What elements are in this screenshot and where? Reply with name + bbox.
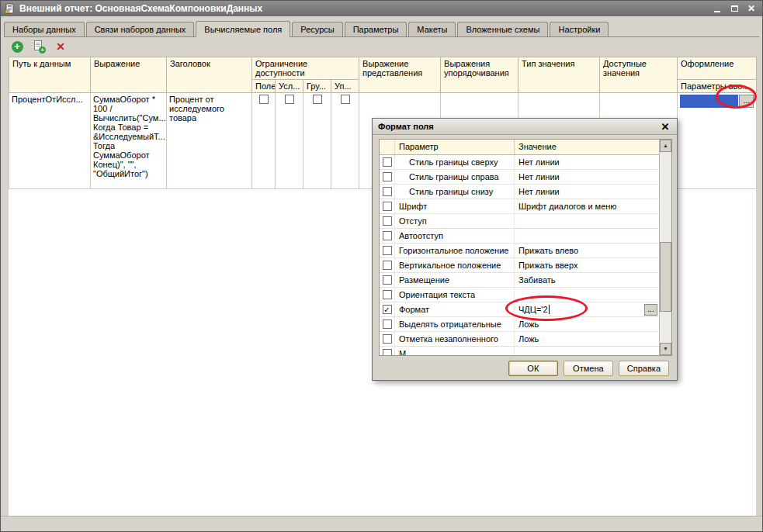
ok-button[interactable]: ОК [508, 361, 558, 376]
tab-5[interactable]: Макеты [408, 22, 456, 36]
scroll-thumb[interactable] [660, 242, 671, 312]
close-button[interactable]: ✕ [746, 3, 757, 14]
param-name[interactable]: Выделять отрицательные [395, 317, 515, 331]
order-checkbox[interactable] [341, 95, 350, 104]
param-checkbox[interactable] [383, 334, 392, 344]
cancel-button[interactable]: Отмена [564, 361, 613, 376]
param-name[interactable]: Стиль границы сверху [395, 155, 515, 169]
format-param-row-13: М... [380, 347, 659, 355]
tab-4[interactable]: Параметры [345, 22, 408, 36]
param-checkbox[interactable] [383, 320, 392, 329]
param-name[interactable]: Размещение [395, 273, 515, 287]
add-button[interactable]: + [10, 40, 24, 54]
col-available-values: Доступные значения [600, 57, 678, 93]
tab-2[interactable]: Вычисляемые поля [196, 21, 290, 37]
col-path: Путь к данным [9, 57, 91, 93]
param-name[interactable]: Горизонтальное положение [395, 244, 515, 257]
cell-data-path[interactable]: ПроцентОтИссл... [9, 93, 91, 189]
param-name[interactable]: Стиль границы справа [395, 170, 515, 184]
param-checkbox[interactable] [383, 290, 392, 299]
tab-7[interactable]: Настройки [550, 22, 609, 36]
param-value[interactable] [515, 347, 659, 355]
close-icon: ✕ [747, 4, 755, 13]
minimize-button[interactable] [712, 3, 723, 14]
param-name[interactable]: Автоотступ [395, 229, 515, 243]
format-param-row-6: Горизонтальное положениеПрижать влево [380, 244, 659, 258]
delete-button[interactable]: ✕ [54, 40, 68, 54]
param-value[interactable] [515, 229, 659, 243]
param-checkbox[interactable] [383, 187, 392, 196]
param-checkbox-cell [380, 229, 395, 243]
param-name[interactable]: М... [395, 347, 515, 355]
param-value[interactable]: ЧДЦ='2 [515, 302, 644, 316]
param-checkbox[interactable] [383, 202, 392, 211]
param-value[interactable]: Нет линии [515, 155, 659, 169]
param-name[interactable]: Ориентация текста [395, 288, 515, 302]
param-value[interactable] [515, 288, 659, 302]
dialog-scrollbar[interactable]: ▲ ▼ [659, 140, 671, 355]
cell-field[interactable] [252, 93, 276, 189]
param-checkbox-cell: ✓ [380, 302, 395, 316]
field-checkbox[interactable] [259, 95, 269, 104]
param-checkbox-cell [380, 288, 395, 302]
cell-order[interactable] [331, 93, 359, 189]
param-name[interactable]: Стиль границы снизу [395, 185, 515, 199]
param-checkbox[interactable] [383, 216, 392, 226]
cell-title[interactable]: Процент от исследуемого товара [167, 93, 252, 189]
param-checkbox[interactable]: ✓ [383, 305, 392, 314]
add-copy-button[interactable]: + [32, 40, 46, 54]
col-groups: Гру... [303, 80, 331, 93]
cell-condition[interactable] [276, 93, 303, 189]
status-bar [1, 516, 762, 531]
window-titlebar[interactable]: Внешний отчет: ОсновнаяСхемаКомпоновкиДа… [1, 1, 762, 16]
param-checkbox[interactable] [383, 172, 392, 181]
param-checkbox[interactable] [383, 349, 392, 355]
tab-0[interactable]: Наборы данных [4, 22, 85, 36]
toolbar: + + ✕ [10, 38, 68, 55]
param-name[interactable]: Шрифт [395, 199, 515, 213]
appearance-selected-value[interactable] [680, 95, 738, 108]
param-value[interactable]: Забивать [515, 273, 659, 287]
param-value[interactable]: Нет линии [515, 185, 659, 199]
col-value-type: Тип значения [518, 57, 600, 93]
param-checkbox[interactable] [383, 246, 392, 255]
col-value: Значение [515, 140, 659, 154]
format-ellipsis-button[interactable]: ... [644, 304, 657, 316]
scroll-down-icon[interactable]: ▼ [660, 343, 671, 355]
dialog-titlebar[interactable]: Формат поля ✕ [373, 119, 677, 135]
tab-1[interactable]: Связи наборов данных [86, 22, 195, 36]
param-name[interactable]: Вертикальное положение [395, 258, 515, 272]
param-value[interactable]: Ложь [515, 317, 659, 331]
param-value[interactable]: Прижать влево [515, 244, 659, 257]
help-button[interactable]: Справка [619, 361, 669, 376]
param-checkbox[interactable] [383, 231, 392, 240]
cell-appearance[interactable]: ... [678, 93, 757, 189]
appearance-ellipsis-button[interactable]: ... [739, 95, 754, 108]
param-checkbox[interactable] [383, 157, 392, 167]
format-params-table: Параметр Значение Стиль границы сверхуНе… [379, 139, 672, 356]
col-presentation: Выражение представления [359, 57, 441, 93]
cell-groups[interactable] [303, 93, 331, 189]
param-checkbox[interactable] [383, 261, 392, 270]
add-copy-icon: + [33, 40, 44, 53]
param-name[interactable]: Формат [395, 302, 515, 316]
param-value[interactable]: Ложь [515, 332, 659, 346]
tab-3[interactable]: Ресурсы [292, 22, 342, 36]
param-name[interactable]: Отступ [395, 214, 515, 228]
param-name[interactable]: Отметка незаполненного [395, 332, 515, 346]
param-value[interactable]: Прижать вверх [515, 258, 659, 272]
tab-6[interactable]: Вложенные схемы [457, 22, 548, 36]
condition-checkbox[interactable] [285, 95, 294, 104]
param-checkbox-cell [380, 273, 395, 287]
param-value[interactable]: Нет линии [515, 170, 659, 184]
col-expression: Выражение [91, 57, 167, 93]
param-value[interactable] [515, 214, 659, 228]
param-checkbox[interactable] [383, 275, 392, 285]
scroll-up-icon[interactable]: ▲ [660, 140, 671, 152]
cell-expression[interactable]: СуммаОборот * 100 / Вычислить("Сум... Ко… [91, 93, 167, 189]
param-value[interactable]: Шрифт диалогов и меню [515, 199, 659, 213]
dialog-close-button[interactable]: ✕ [659, 121, 671, 133]
maximize-button[interactable] [729, 3, 740, 14]
col-restriction-group: Ограничение доступности [252, 57, 359, 80]
groups-checkbox[interactable] [313, 95, 322, 104]
